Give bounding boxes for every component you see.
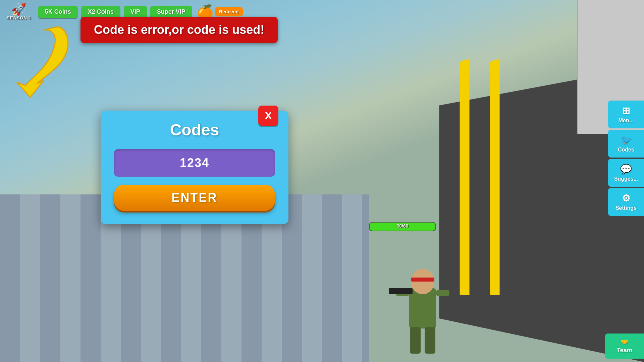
- redeem-button[interactable]: Redeem!: [215, 7, 243, 16]
- svg-rect-7: [389, 288, 413, 294]
- codes-sidebar-label: Codes: [618, 147, 634, 153]
- svg-rect-4: [436, 290, 449, 296]
- settings-label: Settings: [615, 205, 637, 211]
- arrow-icon: [10, 23, 74, 101]
- svg-rect-5: [410, 327, 421, 354]
- season-badge: 🚀 SEASON 1: [7, 3, 32, 20]
- close-dialog-button[interactable]: X: [258, 106, 278, 126]
- super-vip-button[interactable]: Super VIP: [150, 6, 192, 18]
- settings-icon: ⚙: [622, 193, 630, 204]
- team-button[interactable]: 🤝 Team: [605, 334, 644, 359]
- code-input[interactable]: [114, 149, 275, 177]
- player-character: [389, 255, 456, 362]
- enter-button[interactable]: ENTER: [114, 185, 275, 211]
- svg-rect-6: [425, 327, 435, 354]
- codes-dialog: Codes X ENTER: [101, 111, 288, 224]
- suggest-label: Sugges...: [614, 176, 638, 182]
- vip-button[interactable]: VIP: [124, 6, 147, 18]
- menu-sidebar-button[interactable]: ⊞ Men...: [608, 101, 644, 128]
- menu-label: Men...: [619, 118, 634, 124]
- health-text: 60/60: [396, 223, 408, 229]
- suggest-icon: 💬: [620, 164, 632, 175]
- 5k-coins-button[interactable]: 5K Coins: [38, 6, 78, 18]
- right-sidebar: ⊞ Men... 🐦 Codes 💬 Sugges... ⚙ Settings: [608, 101, 644, 216]
- suggest-sidebar-button[interactable]: 💬 Sugges...: [608, 159, 644, 187]
- x2-coins-button[interactable]: X2 Coins: [81, 6, 120, 18]
- twitter-icon: 🐦: [620, 134, 632, 145]
- menu-icon: ⊞: [622, 105, 630, 116]
- codes-dialog-title: Codes: [170, 121, 219, 139]
- codes-sidebar-button[interactable]: 🐦 Codes: [608, 130, 644, 158]
- season-text: SEASON 1: [7, 15, 32, 20]
- team-label: Team: [617, 347, 632, 354]
- codes-dialog-header: Codes X: [114, 121, 275, 139]
- road-line-right: [490, 59, 500, 295]
- team-icon: 🤝: [621, 338, 628, 346]
- error-banner: Code is error,or code is used!: [80, 17, 278, 43]
- svg-rect-2: [411, 278, 434, 282]
- road-line-left: [460, 59, 470, 295]
- health-bar-container: 60/60: [369, 222, 436, 231]
- settings-sidebar-button[interactable]: ⚙ Settings: [608, 188, 644, 216]
- rocket-icon: 🚀: [11, 3, 26, 15]
